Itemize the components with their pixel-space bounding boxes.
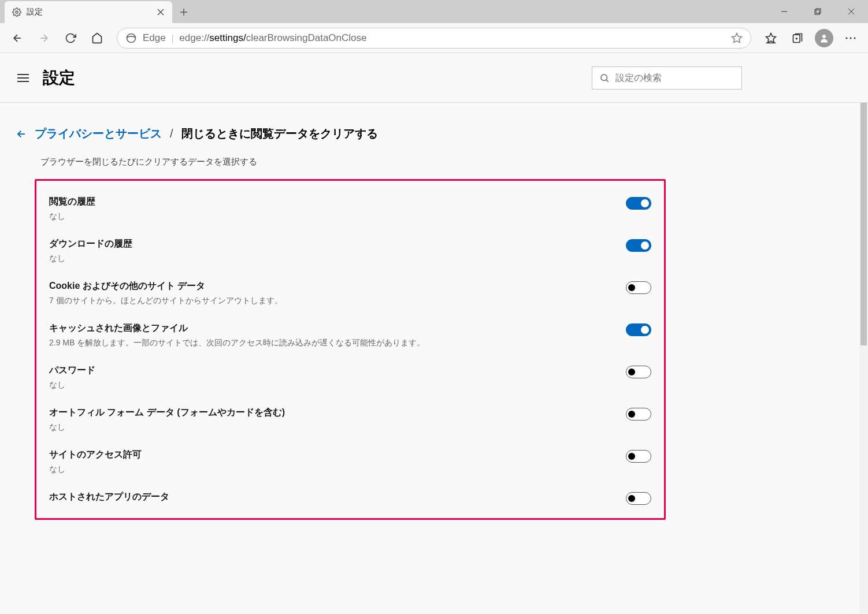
search-input[interactable] (615, 73, 735, 83)
settings-header: 設定 (0, 53, 868, 102)
breadcrumb-back-button[interactable] (16, 129, 27, 139)
svg-point-0 (16, 11, 18, 13)
addr-url: edge://settings/clearBrowsingDataOnClose (179, 32, 366, 44)
star-outline-icon[interactable] (731, 32, 743, 44)
toggle-download-history[interactable] (626, 239, 651, 252)
toggle-autofill[interactable] (626, 408, 651, 421)
close-icon[interactable] (156, 8, 165, 17)
new-tab-button[interactable] (172, 1, 195, 23)
option-desc: なし (49, 211, 614, 222)
svg-marker-13 (732, 33, 742, 42)
svg-rect-6 (815, 10, 819, 14)
option-desc: なし (49, 422, 614, 433)
breadcrumb-link[interactable]: プライバシーとサービス (35, 126, 162, 142)
option-desc: なし (49, 464, 614, 475)
option-cookies: Cookie およびその他のサイト データ 7 個のサイトから。ほとんどのサイト… (36, 272, 664, 314)
breadcrumb: プライバシーとサービス / 閉じるときに閲覧データをクリアする (16, 126, 852, 142)
option-title: キャッシュされた画像とファイル (49, 322, 614, 334)
svg-marker-14 (766, 33, 776, 42)
profile-button[interactable] (813, 27, 836, 50)
svg-point-22 (854, 37, 856, 39)
toolbar: Edge | edge://settings/clearBrowsingData… (0, 23, 868, 53)
toggle-cached-images[interactable] (626, 323, 651, 336)
option-title: 閲覧の履歴 (49, 196, 614, 208)
option-desc: 2.9 MB を解放します。一部のサイトでは、次回のアクセス時に読み込みが遅くな… (49, 338, 614, 348)
option-title: ダウンロードの履歴 (49, 238, 614, 250)
window-controls (767, 0, 868, 23)
favorites-button[interactable] (759, 27, 782, 50)
option-title: ホストされたアプリのデータ (49, 491, 614, 503)
option-title: Cookie およびその他のサイト データ (49, 280, 614, 292)
minimize-button[interactable] (767, 0, 801, 23)
option-passwords: パスワード なし (36, 356, 664, 399)
toggle-site-permissions[interactable] (626, 450, 651, 463)
settings-search[interactable] (592, 66, 742, 90)
option-title: オートフィル フォーム データ (フォームやカードを含む) (49, 407, 614, 419)
option-site-permissions: サイトのアクセス許可 なし (36, 441, 664, 483)
collections-button[interactable] (786, 27, 809, 50)
toggle-browsing-history[interactable] (626, 197, 651, 210)
svg-line-27 (606, 80, 609, 82)
toggle-hosted-app-data[interactable] (626, 492, 651, 505)
breadcrumb-current: 閉じるときに閲覧データをクリアする (181, 126, 378, 142)
toggle-cookies[interactable] (626, 281, 651, 294)
vertical-scrollbar[interactable] (859, 103, 868, 614)
svg-point-20 (846, 37, 848, 39)
close-window-button[interactable] (834, 0, 868, 23)
page-title: 設定 (43, 67, 75, 89)
search-icon (599, 73, 610, 83)
svg-point-12 (127, 34, 136, 42)
hamburger-menu-button[interactable] (16, 71, 30, 85)
forward-button[interactable] (32, 27, 55, 50)
browser-tab[interactable]: 設定 (5, 1, 172, 23)
toggle-passwords[interactable] (626, 366, 651, 378)
section-subtitle: ブラウザーを閉じるたびにクリアするデータを選択する (40, 157, 852, 168)
maximize-button[interactable] (801, 0, 834, 23)
svg-point-21 (850, 37, 852, 39)
option-download-history: ダウンロードの履歴 なし (36, 230, 664, 272)
tab-title: 設定 (27, 7, 151, 17)
gear-icon (12, 7, 22, 17)
option-cached-images: キャッシュされた画像とファイル 2.9 MB を解放します。一部のサイトでは、次… (36, 314, 664, 356)
addr-brand: Edge (143, 32, 166, 44)
home-button[interactable] (86, 27, 109, 50)
scrollbar-thumb[interactable] (860, 103, 867, 345)
option-title: サイトのアクセス許可 (49, 449, 614, 461)
svg-point-26 (601, 75, 607, 81)
address-bar[interactable]: Edge | edge://settings/clearBrowsingData… (117, 28, 751, 49)
back-button[interactable] (6, 27, 29, 50)
option-desc: なし (49, 380, 614, 390)
option-browsing-history: 閲覧の履歴 なし (36, 188, 664, 230)
content-area: プライバシーとサービス / 閉じるときに閲覧データをクリアする ブラウザーを閉じ… (0, 103, 868, 614)
svg-point-19 (822, 35, 826, 38)
option-hosted-app-data: ホストされたアプリのデータ (36, 483, 664, 515)
option-desc: 7 個のサイトから。ほとんどのサイトからサインアウトします。 (49, 296, 614, 306)
avatar-icon (815, 29, 833, 47)
breadcrumb-separator: / (170, 127, 173, 140)
option-desc: なし (49, 254, 614, 264)
refresh-button[interactable] (59, 27, 82, 50)
menu-button[interactable] (839, 27, 862, 50)
title-bar: 設定 (0, 0, 868, 23)
svg-rect-7 (816, 9, 821, 13)
addr-separator: | (172, 34, 174, 43)
edge-logo-icon: Edge (125, 32, 166, 44)
options-list: 閲覧の履歴 なし ダウンロードの履歴 なし Cookie およびその他のサイト … (35, 179, 666, 520)
option-autofill: オートフィル フォーム データ (フォームやカードを含む) なし (36, 399, 664, 441)
option-title: パスワード (49, 364, 614, 377)
